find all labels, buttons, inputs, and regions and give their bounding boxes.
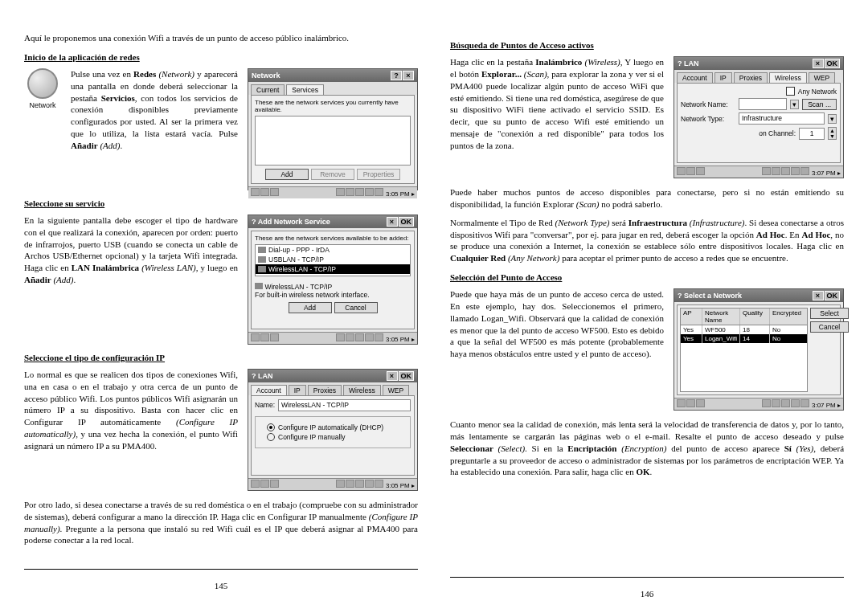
any-network-checkbox[interactable]	[786, 87, 795, 96]
heading-select-ap: Selección del Punto de Acceso	[450, 272, 844, 282]
heading-search-ap: Búsqueda de Puntos de Acceso activos	[450, 40, 844, 50]
paragraph-r4: Puede que haya más de un punto de acceso…	[450, 288, 664, 360]
radio-manual[interactable]: Configure IP manually	[267, 433, 407, 441]
heading-ip-config: Seleccione el tipo de configuración IP	[24, 353, 418, 362]
paragraph-2: En la siguiente pantalla debe escoger el…	[24, 215, 238, 286]
help-icon[interactable]: ?	[391, 71, 402, 80]
service-type-list[interactable]: Dial-up - PPP - IrDA USBLAN - TCP/IP Wir…	[255, 244, 411, 276]
clock: 3:07 PM	[812, 170, 836, 177]
name-field[interactable]: WirelessLAN - TCP/IP	[278, 399, 411, 411]
paragraph-r2: Puede haber muchos puntos de acceso disp…	[450, 186, 844, 210]
clock: 3:05 PM	[386, 336, 410, 343]
netname-label: Network Name:	[681, 100, 735, 108]
wifi-icon	[258, 266, 266, 272]
ok-button[interactable]: OK	[399, 371, 415, 381]
status-icons	[677, 399, 706, 409]
select-button[interactable]: Select	[810, 308, 849, 319]
window-title: ? Add Network Service	[252, 218, 330, 226]
channel-field[interactable]: 1	[799, 128, 825, 140]
clock: 3:05 PM	[386, 190, 410, 198]
screenshot-lan-wireless: ? LAN ×OK Account IP Proxies Wireless WE…	[674, 56, 844, 178]
spinner-icon[interactable]: ▲▼	[828, 127, 837, 140]
ok-button[interactable]: OK	[399, 217, 415, 227]
hint-text: These are the network services available…	[255, 235, 411, 242]
tab-wireless[interactable]: Wireless	[769, 72, 807, 83]
window-title: ? LAN	[678, 59, 699, 67]
nettype-field[interactable]: Infrastructure	[739, 112, 825, 125]
network-icon-label: Network	[24, 101, 61, 109]
heading-select-service: Seleccione su servicio	[24, 198, 418, 208]
screenshot-add-service: ? Add Network Service ×OK These are the …	[248, 215, 418, 345]
usblan-icon	[258, 256, 266, 263]
tab-current[interactable]: Current	[251, 84, 285, 95]
intro-text: Aquí le proponemos una conexión Wifi a t…	[24, 32, 418, 44]
table-row-selected[interactable]: Yes Logan_Wifi 14 No	[681, 334, 807, 343]
wifi-icon	[255, 283, 263, 289]
nettype-label: Network Type:	[681, 115, 735, 123]
network-app-icon: Network	[24, 68, 61, 109]
hint-text: These are the network services you curre…	[255, 99, 411, 113]
list-item-selected[interactable]: WirelessLAN - TCP/IP	[256, 264, 410, 274]
table-row[interactable]: Yes WF500 18 No	[681, 325, 807, 334]
window-controls[interactable]: ×OK	[386, 371, 415, 381]
window-controls[interactable]: ×OK	[812, 291, 841, 300]
cancel-button[interactable]: Cancel	[334, 302, 378, 313]
dropdown-icon[interactable]: ▾	[790, 100, 799, 109]
radio-dhcp[interactable]: Configure IP automatically (DHCP)	[267, 423, 407, 431]
scan-button[interactable]: Scan ...	[802, 99, 837, 110]
name-label: Name:	[255, 401, 275, 409]
status-icons	[251, 480, 280, 489]
tab-wep[interactable]: WEP	[809, 72, 835, 83]
tab-account[interactable]: Account	[677, 72, 713, 83]
status-icons	[251, 333, 280, 343]
status-icons	[677, 167, 706, 177]
services-list[interactable]	[255, 116, 411, 166]
tab-account[interactable]: Account	[251, 385, 287, 395]
tab-ip[interactable]: IP	[714, 72, 732, 83]
screenshot-network-services: Network ?× Current Services These are th…	[248, 68, 418, 190]
tab-wireless[interactable]: Wireless	[343, 385, 381, 395]
window-controls[interactable]: ×OK	[386, 217, 415, 227]
dialup-icon	[258, 247, 266, 253]
close-icon[interactable]: ×	[387, 371, 398, 381]
window-controls[interactable]: ?×	[390, 71, 414, 80]
page-right: Búsqueda de Puntos de Acceso activos Hag…	[450, 32, 844, 599]
col-encrypted: Encrypted	[770, 309, 807, 325]
network-table[interactable]: AP Network Name Quality Encrypted Yes WF…	[680, 308, 808, 392]
netname-field[interactable]	[739, 98, 787, 110]
ok-button[interactable]: OK	[825, 59, 841, 68]
add-button[interactable]: Add	[289, 302, 332, 313]
cancel-button[interactable]: Cancel	[810, 321, 849, 333]
col-ap: AP	[681, 309, 702, 325]
tab-ip[interactable]: IP	[289, 385, 306, 395]
paragraph-r3: Normalmente el Tipo de Red (Network Type…	[450, 217, 844, 264]
close-icon[interactable]: ×	[387, 217, 398, 227]
tab-proxies[interactable]: Proxies	[308, 385, 342, 395]
properties-button[interactable]: Properties	[357, 169, 400, 180]
clock: 3:07 PM	[812, 402, 836, 409]
any-network-label: Any Network	[798, 88, 837, 96]
page-number: 145	[24, 573, 418, 591]
desc-line: For built-in wireless network interface.	[255, 291, 411, 299]
paragraph-r1: Haga clic en la pestaña Inalámbrico (Wir…	[450, 56, 664, 152]
col-name: Network Name	[702, 309, 740, 325]
globe-icon	[27, 68, 58, 99]
clock: 3:05 PM	[386, 482, 410, 489]
close-icon[interactable]: ×	[813, 291, 824, 300]
tab-services[interactable]: Services	[286, 84, 324, 95]
list-item[interactable]: Dial-up - PPP - IrDA	[256, 245, 410, 255]
paragraph-r5: Cuanto menor sea la calidad de conexión,…	[450, 419, 844, 478]
heading-start-app: Inicio de la aplicación de redes	[24, 52, 418, 62]
tab-wep[interactable]: WEP	[383, 385, 409, 395]
remove-button[interactable]: Remove	[311, 169, 354, 180]
paragraph-1: Pulse una vez en Redes (Network) y apare…	[71, 68, 238, 152]
dropdown-icon[interactable]: ▾	[828, 114, 837, 124]
ok-button[interactable]: OK	[825, 291, 841, 300]
screenshot-lan-ip: ? LAN ×OK Account IP Proxies Wireless WE…	[248, 369, 418, 491]
close-icon[interactable]: ×	[813, 59, 824, 68]
tab-proxies[interactable]: Proxies	[734, 72, 768, 83]
list-item[interactable]: USBLAN - TCP/IP	[256, 255, 410, 264]
window-controls[interactable]: ×OK	[812, 59, 841, 68]
add-button[interactable]: Add	[265, 169, 309, 180]
close-icon[interactable]: ×	[403, 71, 414, 80]
